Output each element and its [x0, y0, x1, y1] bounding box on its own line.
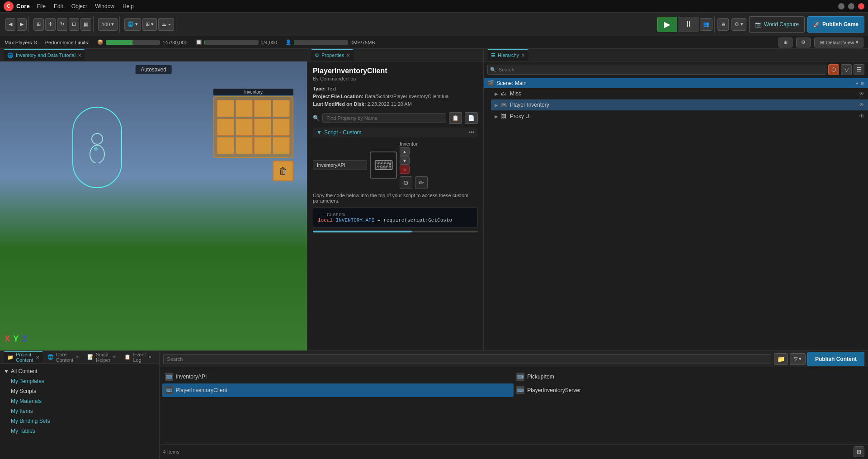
hierarchy-search-input[interactable]: [487, 65, 826, 75]
rotate-tool-button[interactable]: ↻: [57, 18, 67, 31]
publish-game-button[interactable]: 🚀 Publish Game: [807, 16, 864, 33]
menu-items: File Edit Object Window Help: [37, 3, 134, 9]
arrow-up-button[interactable]: ▲: [400, 147, 410, 156]
proxy-ui-visibility-button[interactable]: 👁: [859, 113, 864, 119]
menu-object[interactable]: Object: [71, 3, 87, 9]
copy-button[interactable]: 📋: [449, 112, 462, 124]
viewport-tab-close[interactable]: ✕: [78, 53, 81, 58]
core-content-tab-close[interactable]: ✕: [75, 355, 79, 360]
properties-tab-icon: ⚙: [315, 52, 319, 58]
script-helper-tab[interactable]: 📝 Script Helper ✕: [84, 351, 120, 363]
terrain-button[interactable]: ⛰ ▾: [158, 18, 174, 31]
zoom-dropdown[interactable]: 100 ▾: [98, 18, 118, 31]
hierarchy-filter-type-button[interactable]: ⬡: [828, 64, 839, 75]
perf-icon-3: 👤: [285, 39, 292, 45]
menu-help[interactable]: Help: [123, 3, 134, 9]
my-materials-item[interactable]: My Materials: [0, 396, 159, 406]
menu-edit[interactable]: Edit: [54, 3, 63, 9]
publish-content-button[interactable]: Publish Content: [807, 352, 864, 366]
hierarchy-item-misc[interactable]: ▶ 🗂 Misc 👁: [491, 88, 868, 99]
project-content-tab-close[interactable]: ✕: [36, 355, 39, 360]
scene-chevron-icon[interactable]: ▾: [856, 81, 858, 86]
scene-header[interactable]: 🎬 Scene: Main ▾ ⊞: [484, 78, 868, 88]
play-button[interactable]: ▶: [657, 17, 677, 32]
settings-dropdown[interactable]: ⚙ ▾: [731, 18, 746, 31]
grid-cell: [273, 100, 290, 117]
file-row-pickup-item[interactable]: ⌨ PickupItem: [514, 370, 865, 383]
section-collapse-icon[interactable]: ▼: [316, 129, 322, 136]
properties-tab[interactable]: ⚙ Properties ✕: [311, 49, 354, 61]
misc-expand-arrow[interactable]: ▶: [495, 91, 498, 96]
player-inventory-visibility-button[interactable]: 👁: [859, 102, 864, 108]
view-button[interactable]: ⊞: [778, 38, 793, 47]
misc-icon: 🗂: [500, 90, 507, 97]
move-tool-button[interactable]: ✛: [45, 18, 56, 31]
my-items-item[interactable]: My Items: [0, 406, 159, 416]
file-row-player-server[interactable]: ⌨ PlayerInventoryServer: [514, 383, 865, 397]
properties-tab-close[interactable]: ✕: [346, 53, 350, 58]
menu-file[interactable]: File: [37, 3, 46, 9]
script-helper-tab-close[interactable]: ✕: [113, 355, 116, 360]
maximize-button[interactable]: [848, 3, 854, 9]
player-inventory-expand-arrow[interactable]: ▶: [495, 103, 498, 108]
grid-view-button[interactable]: ⊞: [854, 446, 864, 457]
grid-cell: [254, 100, 271, 117]
file-name-player-client: PlayerInventoryClient: [176, 387, 227, 393]
hierarchy-item-player-inventory[interactable]: ▶ 🎮 Player Inventory 👁: [491, 99, 868, 111]
event-log-tab[interactable]: 📋 Event Log ✕: [121, 351, 155, 363]
grid-button[interactable]: ⊞ ▾: [142, 18, 157, 31]
monitor-button[interactable]: 🖥: [717, 18, 729, 31]
menu-window[interactable]: Window: [95, 3, 114, 9]
file-row-player-client[interactable]: ⌨ PlayerInventoryClient: [162, 383, 514, 397]
arrow-down-button[interactable]: ▼: [400, 156, 410, 165]
forward-button[interactable]: ▶: [17, 18, 27, 31]
my-tables-item[interactable]: My Tables: [0, 426, 159, 436]
hierarchy-item-proxy-ui[interactable]: ▶ 🖼 Proxy UI 👁: [491, 111, 868, 122]
world-button[interactable]: 🌐 ▾: [124, 18, 141, 31]
files-toolbar: 📁 ▽ ▾ Publish Content: [160, 351, 868, 367]
all-content-root[interactable]: ▼ All Content: [0, 366, 159, 376]
code-scrollbar[interactable]: [313, 231, 478, 232]
core-content-tab[interactable]: 🌐 Core Content ✕: [44, 351, 83, 363]
select-tool-button[interactable]: ⊞: [33, 18, 44, 31]
filter-button[interactable]: ▽ ▾: [790, 353, 806, 365]
scene-expand-icon[interactable]: ⊞: [861, 81, 864, 86]
project-content-tab[interactable]: 📁 Project Content ✕: [4, 351, 43, 363]
edit-icon-button[interactable]: ✏: [415, 176, 428, 189]
multiplayer-button[interactable]: 👥: [700, 18, 712, 31]
target-icon-button[interactable]: ⊙: [400, 176, 412, 189]
settings-button[interactable]: ⚙: [796, 38, 811, 47]
hierarchy-tab-label: Hierarchy: [498, 52, 519, 58]
viewport-tab[interactable]: 🌐 Inventory and Data Tutorial ✕: [4, 49, 85, 61]
hierarchy-tab-close[interactable]: ✕: [521, 53, 525, 58]
paste-button[interactable]: 📄: [465, 112, 478, 124]
misc-visibility-button[interactable]: 👁: [859, 90, 864, 97]
properties-search-input[interactable]: [322, 113, 446, 123]
default-view-button[interactable]: 🖥 Default View ▾: [814, 38, 863, 47]
my-binding-sets-item[interactable]: My Binding Sets: [0, 416, 159, 426]
publish-game-icon: 🚀: [813, 21, 820, 28]
terrain-tool-button[interactable]: ▦: [80, 18, 91, 31]
section-more-button[interactable]: •••: [468, 129, 474, 136]
custom-property-input[interactable]: [313, 160, 367, 170]
close-button[interactable]: [858, 3, 864, 9]
file-row-inventory-api[interactable]: ⌨ InventoryAPI: [162, 370, 514, 383]
remove-button[interactable]: ✕: [400, 166, 410, 174]
proxy-ui-expand-arrow[interactable]: ▶: [495, 114, 498, 119]
event-log-tab-close[interactable]: ✕: [148, 355, 152, 360]
hierarchy-tab[interactable]: ☰ Hierarchy ✕: [487, 49, 528, 61]
pause-button[interactable]: ⏸: [679, 17, 698, 32]
back-button[interactable]: ◀: [5, 18, 15, 31]
hierarchy-options-button[interactable]: ☰: [854, 64, 864, 75]
publish-game-label: Publish Game: [822, 21, 859, 28]
viewport-content[interactable]: Autosaved Inventory: [0, 62, 307, 350]
minimize-button[interactable]: [838, 3, 844, 9]
custom-label: Inventor: [400, 141, 428, 147]
hierarchy-filter-button[interactable]: ▽: [841, 64, 852, 75]
my-scripts-item[interactable]: My Scripts: [0, 386, 159, 396]
world-capture-button[interactable]: 📷 World Capture: [749, 16, 805, 33]
my-templates-item[interactable]: My Templates: [0, 376, 159, 386]
files-search-input[interactable]: [163, 354, 771, 364]
new-folder-button[interactable]: 📁: [774, 353, 788, 365]
scale-tool-button[interactable]: ⊡: [69, 18, 79, 31]
